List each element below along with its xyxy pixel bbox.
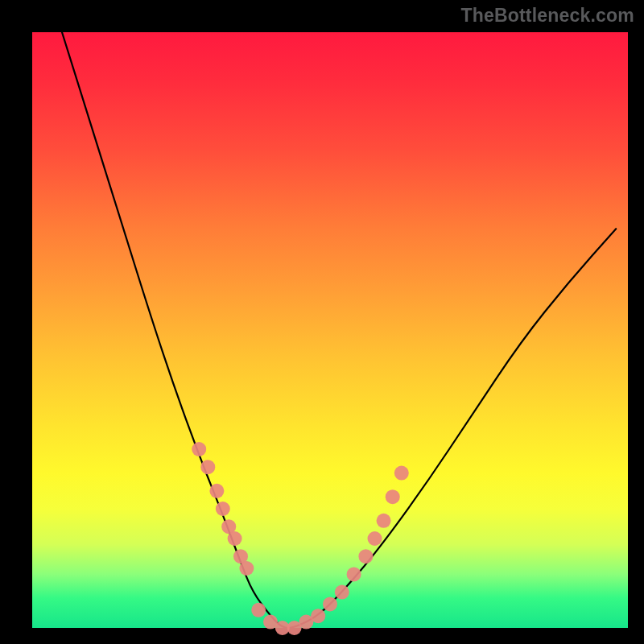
highlight-dot (239, 561, 254, 576)
highlight-dot (251, 603, 266, 617)
highlight-dots (192, 442, 409, 635)
highlight-dot (323, 597, 337, 611)
highlight-dot (200, 460, 215, 474)
highlight-dot (209, 484, 224, 498)
highlight-dot (386, 489, 400, 504)
bottleneck-curve-path (62, 32, 616, 628)
watermark-text: TheBottleneck.com (460, 5, 634, 27)
highlight-dot (228, 531, 242, 546)
highlight-dot (394, 466, 409, 481)
highlight-dot (358, 549, 373, 564)
highlight-dot (368, 531, 382, 546)
highlight-dot (377, 514, 391, 528)
chart-stage: TheBottleneck.com (0, 0, 644, 644)
highlight-dot (216, 502, 230, 516)
plot-area (32, 32, 628, 628)
highlight-dot (347, 567, 361, 581)
curve-layer (32, 32, 628, 628)
highlight-dot (192, 442, 206, 456)
highlight-dot (311, 609, 325, 623)
highlight-dot (335, 585, 349, 600)
